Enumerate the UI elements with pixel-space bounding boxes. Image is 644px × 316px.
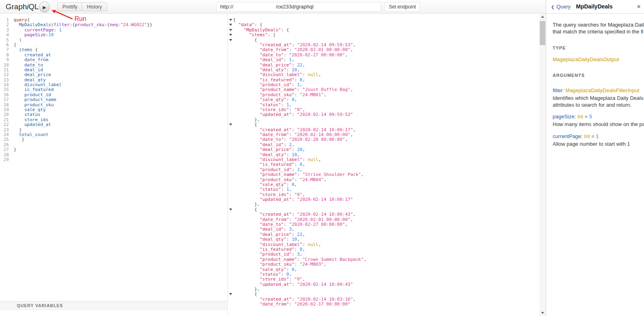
code-token: : (289, 277, 294, 282)
argument-type-link[interactable]: Int (577, 114, 583, 120)
code-token: "product_id" (260, 167, 291, 172)
code-token: : (284, 222, 289, 227)
code-token: "deal_price" (260, 232, 291, 237)
code-token: : (268, 32, 273, 37)
code-token: "2020-02-14 10:00:17" (297, 127, 353, 132)
run-button[interactable]: ▶ (39, 2, 50, 12)
code-token: 3 (289, 227, 292, 232)
code-token: , (318, 242, 321, 247)
code-token: , (294, 267, 297, 272)
argument-name: pageSize (553, 114, 574, 120)
code-token: { (260, 22, 262, 27)
doc-argument-row: currentPage: Int = 1 (553, 133, 644, 140)
code-token: "product_name" (260, 257, 297, 262)
response-scrollbar[interactable] (539, 14, 546, 316)
fold-toggle-icon[interactable] (229, 124, 232, 126)
argument-type-link[interactable]: MageplazaDailyDealsFilterInput (566, 87, 640, 93)
query-variables-toggle[interactable]: QUERY VARIABLES (0, 301, 227, 310)
line-number: 20 (0, 112, 9, 117)
argument-type-link[interactable]: Int (584, 133, 590, 139)
code-token: } (14, 147, 17, 152)
code-token (14, 117, 25, 122)
code-token: : (284, 227, 289, 232)
docs-close-icon[interactable]: ✕ (635, 0, 643, 13)
code-token: , (292, 57, 295, 62)
code-token: "24-MB03" (300, 262, 324, 267)
fold-toggle-icon[interactable] (229, 29, 232, 31)
code-token: , (324, 262, 326, 267)
prettify-button[interactable]: Prettify (57, 2, 83, 11)
play-icon: ▶ (43, 5, 46, 10)
code-token (14, 67, 25, 72)
code-token: 1 (289, 57, 292, 62)
code-token: "2020-02-27 00:00:00" (289, 222, 345, 227)
code-token (14, 97, 25, 102)
code-token: , (302, 147, 305, 152)
punctuation: = (583, 114, 589, 120)
code-token: : (292, 62, 297, 68)
logo-text: Graph (6, 2, 27, 11)
code-token: "created_at" (260, 297, 291, 302)
code-token: "2020-02-01 00:00:00" (294, 47, 350, 52)
endpoint-url-input[interactable]: http:///ce233d/graphql (216, 2, 381, 12)
code-token: "date_to" (260, 137, 284, 142)
code-token: "2020-02-14 10:00:43" (297, 282, 353, 287)
argument-description-line: How many items should show on the pa (553, 121, 644, 128)
scrollbar-down-arrow-icon[interactable] (539, 310, 546, 316)
code-token: "2020-02-14 10:00:17" (297, 197, 353, 202)
argument-name: currentPage (553, 133, 581, 139)
docs-arguments-list: filter: MageplazaDailyDealsFilterInputId… (553, 87, 644, 147)
line-number: 9 (0, 58, 9, 62)
code-token: , (350, 132, 353, 137)
scrollbar-thumb[interactable] (540, 21, 545, 45)
code-token: "deal_price" (260, 147, 291, 152)
code-token: "product_sku" (260, 177, 294, 182)
code-token: 2 (289, 142, 292, 147)
fold-toggle-icon[interactable] (229, 34, 232, 36)
code-token: "0" (294, 107, 302, 112)
scrollbar-up-arrow-icon[interactable] (539, 14, 546, 20)
code-token (14, 32, 25, 37)
query-code-line: updated_at (14, 122, 227, 127)
response-json-area: { "data": { "MpDailyDeals": { "items": [… (233, 18, 366, 307)
set-endpoint-button[interactable]: Set endpoint (384, 2, 420, 12)
code-token: "is_featured" (260, 247, 294, 252)
code-token: , (302, 232, 305, 237)
code-token: , (318, 72, 321, 77)
code-token: 10 (48, 32, 54, 37)
fold-toggle-icon[interactable] (229, 293, 232, 295)
query-editor-pane[interactable]: 1234567891011121314151617181920212223242… (0, 14, 228, 316)
code-token: "Strive Shoulder Pack" (302, 172, 361, 177)
code-token: product_id (25, 92, 51, 97)
code-token: "sale_qty" (260, 97, 286, 102)
code-token: currentPage (25, 27, 54, 33)
type-link[interactable]: MageplazaDailyDealsOutput (553, 56, 644, 62)
code-token: "status" (260, 187, 281, 192)
documentation-panel: ❮Query MpDailyDeals ✕ The query searches… (546, 0, 644, 316)
response-line: "date_to": "2020-02-20 00:00:00", (233, 137, 366, 142)
code-token: , (302, 162, 305, 167)
fold-toggle-icon[interactable] (229, 24, 232, 26)
code-token: , (297, 67, 300, 72)
code-token: 1 (297, 82, 300, 87)
code-token: :{ (70, 22, 75, 27)
fold-toggle-icon[interactable] (229, 39, 232, 41)
line-number: 25 (0, 137, 9, 142)
code-token: "2020-02-14 10:00:43" (297, 212, 353, 217)
query-code-area[interactable]: query{ MpDailyDeals(filter:{product_sku:… (14, 18, 227, 162)
code-token: is_featured (25, 87, 54, 92)
fold-toggle-icon[interactable] (229, 19, 232, 21)
code-token: null (308, 72, 318, 77)
code-token: filter (54, 22, 70, 27)
line-number: 27 (0, 147, 9, 152)
line-number: 7 (0, 48, 9, 52)
code-token: : (294, 177, 299, 182)
code-token: : (254, 22, 260, 27)
query-code-line: } (14, 137, 227, 142)
fold-toggle-icon[interactable] (229, 209, 232, 211)
code-token: "updated_at" (260, 282, 291, 287)
history-button[interactable]: History (82, 2, 107, 11)
code-token: , (300, 82, 303, 87)
code-token: "created_at" (260, 127, 291, 132)
code-token: : (294, 92, 299, 97)
